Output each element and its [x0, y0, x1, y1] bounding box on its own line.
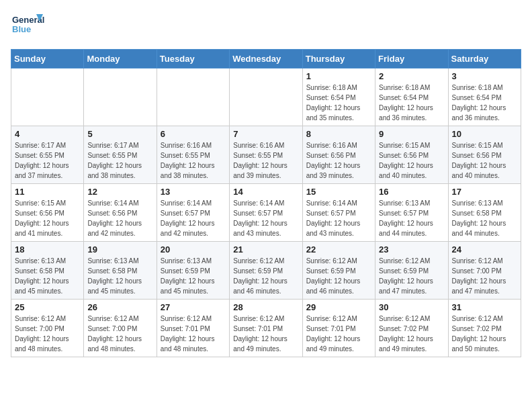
calendar-cell: 6Sunrise: 6:16 AMSunset: 6:55 PMDaylight…: [157, 126, 229, 184]
day-number: 6: [161, 129, 226, 139]
calendar-cell: 16Sunrise: 6:13 AMSunset: 6:57 PMDayligh…: [375, 184, 448, 242]
day-info: Sunrise: 6:12 AMSunset: 7:00 PMDaylight:…: [87, 314, 152, 354]
weekday-header-monday: Monday: [84, 50, 157, 68]
day-info: Sunrise: 6:13 AMSunset: 6:58 PMDaylight:…: [452, 198, 517, 238]
weekday-header-friday: Friday: [375, 50, 448, 68]
logo: General Blue: [11, 11, 44, 41]
day-info: Sunrise: 6:12 AMSunset: 6:59 PMDaylight:…: [379, 256, 444, 296]
day-info: Sunrise: 6:18 AMSunset: 6:54 PMDaylight:…: [306, 83, 371, 123]
calendar-cell: [157, 68, 229, 126]
calendar-cell: [84, 68, 157, 126]
logo-svg: General Blue: [11, 11, 44, 41]
weekday-header-tuesday: Tuesday: [157, 50, 229, 68]
day-info: Sunrise: 6:14 AMSunset: 6:57 PMDaylight:…: [233, 198, 298, 238]
calendar-cell: [230, 68, 302, 126]
calendar-cell: 15Sunrise: 6:14 AMSunset: 6:57 PMDayligh…: [302, 184, 375, 242]
day-info: Sunrise: 6:13 AMSunset: 6:59 PMDaylight:…: [161, 256, 226, 296]
calendar-cell: 19Sunrise: 6:13 AMSunset: 6:58 PMDayligh…: [84, 242, 157, 300]
calendar-week-row: 18Sunrise: 6:13 AMSunset: 6:58 PMDayligh…: [11, 242, 521, 300]
day-info: Sunrise: 6:14 AMSunset: 6:57 PMDaylight:…: [306, 198, 371, 238]
day-info: Sunrise: 6:12 AMSunset: 7:02 PMDaylight:…: [379, 314, 444, 354]
calendar-cell: 2Sunrise: 6:18 AMSunset: 6:54 PMDaylight…: [375, 68, 448, 126]
calendar-week-row: 25Sunrise: 6:12 AMSunset: 7:00 PMDayligh…: [11, 300, 521, 357]
day-info: Sunrise: 6:17 AMSunset: 6:55 PMDaylight:…: [15, 140, 80, 181]
day-number: 23: [379, 244, 444, 255]
weekday-header-thursday: Thursday: [302, 50, 375, 68]
svg-text:Blue: Blue: [12, 24, 31, 34]
day-info: Sunrise: 6:13 AMSunset: 6:58 PMDaylight:…: [15, 256, 80, 296]
calendar-cell: 31Sunrise: 6:12 AMSunset: 7:02 PMDayligh…: [448, 300, 521, 357]
calendar-cell: 22Sunrise: 6:12 AMSunset: 6:59 PMDayligh…: [302, 242, 375, 300]
day-info: Sunrise: 6:12 AMSunset: 7:01 PMDaylight:…: [306, 314, 371, 354]
day-number: 18: [15, 244, 80, 255]
day-number: 14: [233, 187, 298, 197]
calendar-cell: 1Sunrise: 6:18 AMSunset: 6:54 PMDaylight…: [302, 68, 375, 126]
day-info: Sunrise: 6:12 AMSunset: 6:59 PMDaylight:…: [306, 256, 371, 296]
day-number: 26: [87, 302, 152, 312]
weekday-header-wednesday: Wednesday: [230, 50, 302, 68]
day-info: Sunrise: 6:15 AMSunset: 6:56 PMDaylight:…: [452, 140, 517, 181]
weekday-header-row: SundayMondayTuesdayWednesdayThursdayFrid…: [11, 50, 521, 68]
day-info: Sunrise: 6:13 AMSunset: 6:57 PMDaylight:…: [379, 198, 444, 238]
day-number: 8: [306, 129, 371, 139]
day-info: Sunrise: 6:14 AMSunset: 6:57 PMDaylight:…: [161, 198, 226, 238]
calendar-cell: 7Sunrise: 6:16 AMSunset: 6:55 PMDaylight…: [230, 126, 302, 184]
day-number: 24: [452, 244, 517, 255]
day-number: 28: [233, 302, 298, 312]
day-number: 15: [306, 187, 371, 197]
calendar-week-row: 11Sunrise: 6:15 AMSunset: 6:56 PMDayligh…: [11, 184, 521, 242]
calendar-cell: 21Sunrise: 6:12 AMSunset: 6:59 PMDayligh…: [230, 242, 302, 300]
day-info: Sunrise: 6:17 AMSunset: 6:55 PMDaylight:…: [87, 140, 152, 181]
day-info: Sunrise: 6:18 AMSunset: 6:54 PMDaylight:…: [452, 83, 517, 123]
day-number: 30: [379, 302, 444, 312]
day-number: 22: [306, 244, 371, 255]
calendar-week-row: 4Sunrise: 6:17 AMSunset: 6:55 PMDaylight…: [11, 126, 521, 184]
day-number: 2: [379, 71, 444, 81]
calendar-cell: 11Sunrise: 6:15 AMSunset: 6:56 PMDayligh…: [11, 184, 84, 242]
day-number: 10: [452, 129, 517, 139]
day-number: 7: [233, 129, 298, 139]
day-number: 11: [15, 187, 80, 197]
calendar-cell: 20Sunrise: 6:13 AMSunset: 6:59 PMDayligh…: [157, 242, 229, 300]
day-number: 29: [306, 302, 371, 312]
day-number: 1: [306, 71, 371, 81]
day-info: Sunrise: 6:16 AMSunset: 6:56 PMDaylight:…: [306, 140, 371, 181]
day-number: 3: [452, 71, 517, 81]
weekday-header-saturday: Saturday: [448, 50, 521, 68]
calendar-cell: 12Sunrise: 6:14 AMSunset: 6:56 PMDayligh…: [84, 184, 157, 242]
calendar-week-row: 1Sunrise: 6:18 AMSunset: 6:54 PMDaylight…: [11, 68, 521, 126]
day-info: Sunrise: 6:18 AMSunset: 6:54 PMDaylight:…: [379, 83, 444, 123]
day-number: 4: [15, 129, 80, 139]
calendar-cell: 25Sunrise: 6:12 AMSunset: 7:00 PMDayligh…: [11, 300, 84, 357]
day-number: 17: [452, 187, 517, 197]
day-info: Sunrise: 6:14 AMSunset: 6:56 PMDaylight:…: [87, 198, 152, 238]
day-info: Sunrise: 6:12 AMSunset: 7:00 PMDaylight:…: [15, 314, 80, 354]
calendar-cell: 3Sunrise: 6:18 AMSunset: 6:54 PMDaylight…: [448, 68, 521, 126]
page-header: General Blue: [11, 11, 521, 41]
day-number: 19: [87, 244, 152, 255]
day-number: 31: [452, 302, 517, 312]
day-info: Sunrise: 6:16 AMSunset: 6:55 PMDaylight:…: [233, 140, 298, 181]
day-number: 16: [379, 187, 444, 197]
day-number: 9: [379, 129, 444, 139]
calendar-cell: 26Sunrise: 6:12 AMSunset: 7:00 PMDayligh…: [84, 300, 157, 357]
calendar-cell: 8Sunrise: 6:16 AMSunset: 6:56 PMDaylight…: [302, 126, 375, 184]
calendar-cell: 29Sunrise: 6:12 AMSunset: 7:01 PMDayligh…: [302, 300, 375, 357]
calendar-cell: 23Sunrise: 6:12 AMSunset: 6:59 PMDayligh…: [375, 242, 448, 300]
day-number: 5: [87, 129, 152, 139]
day-number: 21: [233, 244, 298, 255]
calendar-table: SundayMondayTuesdayWednesdayThursdayFrid…: [11, 49, 521, 357]
calendar-cell: 24Sunrise: 6:12 AMSunset: 7:00 PMDayligh…: [448, 242, 521, 300]
day-number: 12: [87, 187, 152, 197]
day-info: Sunrise: 6:15 AMSunset: 6:56 PMDaylight:…: [15, 198, 80, 238]
calendar-cell: 9Sunrise: 6:15 AMSunset: 6:56 PMDaylight…: [375, 126, 448, 184]
calendar-cell: 17Sunrise: 6:13 AMSunset: 6:58 PMDayligh…: [448, 184, 521, 242]
day-info: Sunrise: 6:12 AMSunset: 7:01 PMDaylight:…: [233, 314, 298, 354]
weekday-header-sunday: Sunday: [11, 50, 84, 68]
calendar-cell: 5Sunrise: 6:17 AMSunset: 6:55 PMDaylight…: [84, 126, 157, 184]
day-info: Sunrise: 6:15 AMSunset: 6:56 PMDaylight:…: [379, 140, 444, 181]
calendar-cell: 28Sunrise: 6:12 AMSunset: 7:01 PMDayligh…: [230, 300, 302, 357]
calendar-cell: 10Sunrise: 6:15 AMSunset: 6:56 PMDayligh…: [448, 126, 521, 184]
day-number: 25: [15, 302, 80, 312]
day-info: Sunrise: 6:13 AMSunset: 6:58 PMDaylight:…: [87, 256, 152, 296]
